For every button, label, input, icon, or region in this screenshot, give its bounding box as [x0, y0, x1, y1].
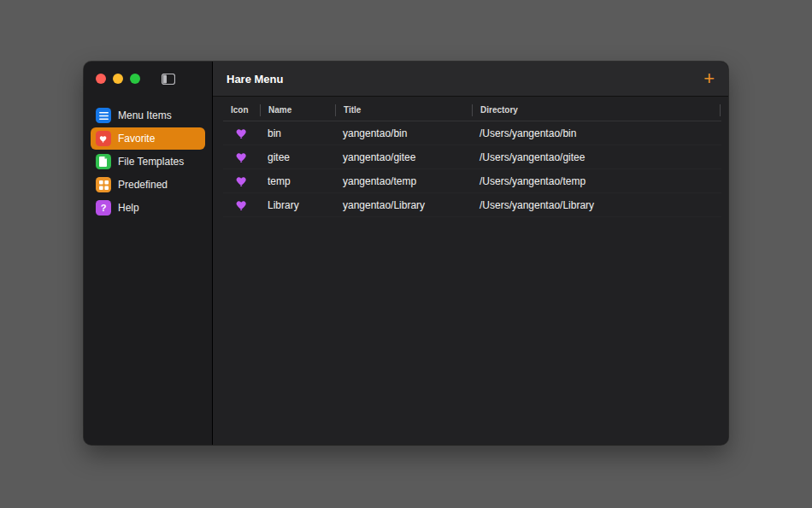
row-title: yangentao/gitee — [335, 151, 472, 163]
zoom-button[interactable] — [130, 74, 140, 84]
heart-icon — [96, 131, 111, 146]
list-icon — [96, 108, 111, 123]
sidebar-toggle-icon — [162, 74, 175, 85]
table-row[interactable]: gitee yangentao/gitee /Users/yangentao/g… — [223, 145, 721, 169]
row-name: gitee — [260, 151, 335, 163]
heart-icon — [235, 127, 250, 140]
file-icon — [96, 154, 111, 169]
sidebar-item-file-templates[interactable]: File Templates — [91, 151, 205, 173]
sidebar-item-favorite[interactable]: Favorite — [91, 127, 205, 150]
table-row[interactable]: bin yangentao/bin /Users/yangentao/bin — [223, 121, 721, 145]
row-title: yangentao/temp — [335, 175, 472, 187]
row-name: Library — [260, 199, 335, 211]
row-icon-cell — [223, 151, 260, 164]
heart-icon — [235, 198, 250, 212]
row-directory: /Users/yangentao/gitee — [472, 151, 721, 163]
table-row[interactable]: temp yangentao/temp /Users/yangentao/tem… — [223, 169, 721, 193]
titlebar: Hare Menu + — [213, 62, 728, 97]
row-title: yangentao/Library — [335, 199, 472, 211]
header-end-divider — [720, 104, 721, 116]
table-row[interactable]: Library yangentao/Library /Users/yangent… — [223, 193, 721, 217]
row-name: temp — [260, 175, 335, 187]
heart-icon — [235, 151, 250, 164]
sidebar-nav: Menu Items Favorite File Templates — [84, 96, 212, 220]
heart-icon — [235, 174, 250, 188]
add-button[interactable]: + — [703, 70, 715, 87]
window-title: Hare Menu — [227, 73, 283, 86]
row-directory: /Users/yangentao/temp — [472, 175, 721, 187]
column-header-directory[interactable]: Directory — [472, 104, 720, 116]
question-icon: ? — [96, 200, 111, 216]
column-header-name[interactable]: Name — [260, 104, 335, 116]
minimize-button[interactable] — [113, 74, 123, 84]
row-directory: /Users/yangentao/bin — [472, 127, 721, 139]
row-icon-cell — [223, 127, 260, 140]
column-header-icon[interactable]: Icon — [223, 104, 260, 116]
sidebar-titlebar — [84, 62, 212, 96]
row-directory: /Users/yangentao/Library — [472, 199, 721, 211]
sidebar-item-predefined[interactable]: Predefined — [91, 174, 205, 196]
sidebar-item-label: File Templates — [118, 156, 184, 168]
grid-icon — [96, 177, 111, 192]
row-icon-cell — [223, 174, 260, 188]
sidebar-item-label: Menu Items — [118, 109, 172, 121]
column-header-title[interactable]: Title — [335, 104, 472, 116]
favorites-table: Icon Name Title Directory bin yangentao/… — [213, 97, 728, 217]
sidebar-item-menu-items[interactable]: Menu Items — [91, 104, 205, 127]
main-panel: Hare Menu + Icon Name Title Directory bi… — [213, 62, 728, 445]
sidebar-item-label: Favorite — [118, 133, 155, 145]
row-name: bin — [260, 127, 335, 139]
sidebar-toggle-button[interactable] — [159, 71, 178, 86]
app-window: Menu Items Favorite File Templates — [84, 62, 728, 445]
sidebar-item-label: Help — [118, 202, 139, 214]
close-button[interactable] — [96, 74, 106, 84]
sidebar: Menu Items Favorite File Templates — [84, 62, 213, 445]
sidebar-item-help[interactable]: ? Help — [91, 197, 205, 219]
row-icon-cell — [223, 198, 260, 212]
row-title: yangentao/bin — [335, 127, 472, 139]
table-header: Icon Name Title Directory — [223, 100, 721, 121]
sidebar-item-label: Predefined — [118, 179, 168, 191]
